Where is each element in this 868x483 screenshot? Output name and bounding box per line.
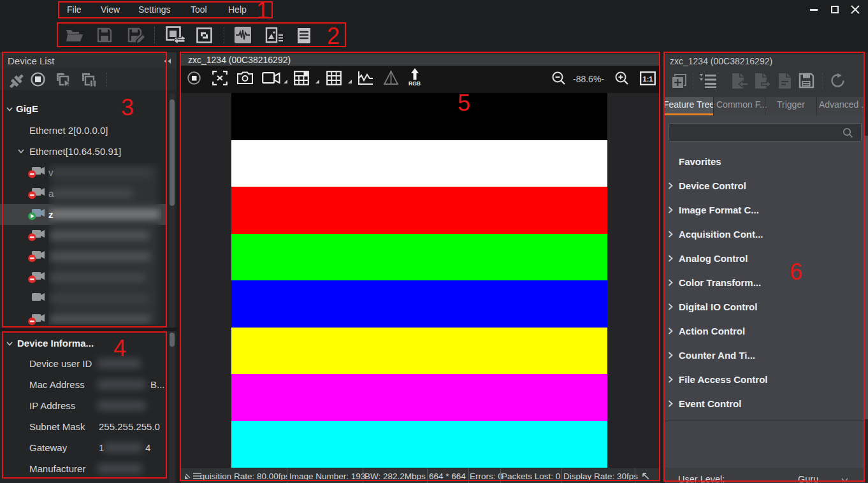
svg-text:1:1: 1:1 bbox=[643, 75, 653, 83]
